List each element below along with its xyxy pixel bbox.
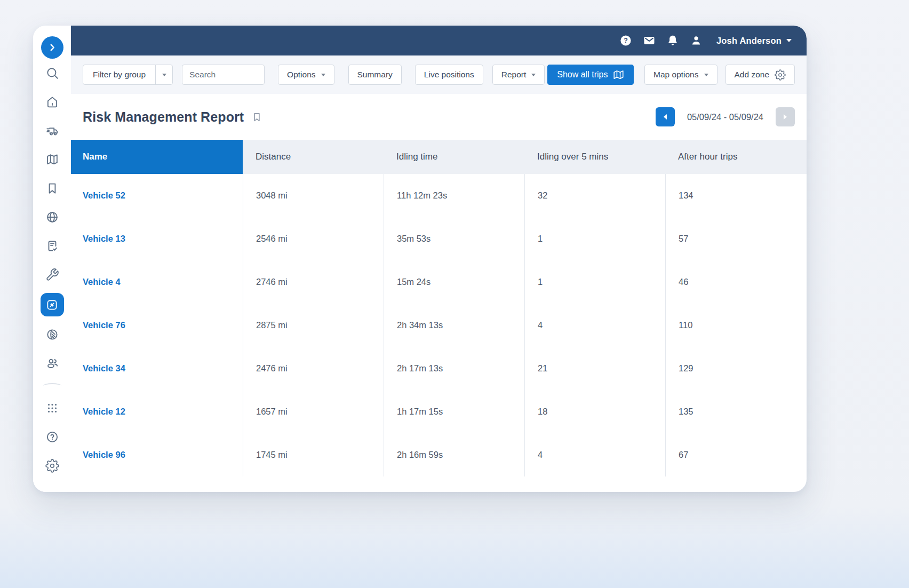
vehicle-link[interactable]: Vehicle 52 (83, 190, 125, 201)
idling-over-5-mins-cell: 4 (524, 433, 665, 476)
report-check-icon (45, 239, 59, 253)
after-hour-trips-cell: 46 (665, 260, 807, 304)
sidebar-item-home[interactable] (38, 88, 67, 116)
summary-label: Summary (357, 70, 393, 80)
table-body: Vehicle 52 3048 mi 11h 12m 23s 32 134 Ve… (71, 174, 807, 476)
help-icon (45, 430, 59, 444)
previous-date-button[interactable] (656, 107, 675, 126)
vehicle-name-cell: Vehicle 13 (71, 217, 243, 260)
sidebar (33, 26, 71, 492)
vehicle-link[interactable]: Vehicle 76 (83, 320, 125, 330)
search-input[interactable] (182, 65, 265, 85)
distance-cell: 1657 mi (243, 390, 384, 433)
user-menu[interactable]: Josh Anderson (716, 36, 792, 46)
column-header-after-hour-trips[interactable]: After hour trips (665, 140, 807, 174)
show-all-trips-label: Show all trips (557, 70, 608, 80)
table-row: Vehicle 52 3048 mi 11h 12m 23s 32 134 (71, 174, 807, 217)
filter-by-group-dropdown[interactable]: Filter by group (83, 65, 173, 85)
help-icon: ? (619, 34, 632, 47)
idling-over-5-mins-cell: 1 (524, 217, 665, 260)
after-hour-trips-cell: 57 (665, 217, 807, 260)
truck-icon (45, 124, 59, 138)
report-dropdown[interactable]: Report (492, 65, 545, 85)
idling-time-cell: 2h 17m 13s (384, 347, 524, 390)
vehicle-link[interactable]: Vehicle 4 (83, 277, 121, 287)
column-header-idling-over-5-mins[interactable]: Idling over 5 mins (524, 140, 665, 174)
sidebar-item-apps[interactable] (38, 394, 67, 423)
notifications-button[interactable] (666, 34, 679, 47)
distance-cell: 2746 mi (243, 260, 384, 304)
add-zone-button[interactable]: Add zone (725, 65, 795, 85)
live-positions-label: Live positions (424, 70, 474, 80)
messages-button[interactable] (643, 34, 656, 47)
column-header-name[interactable]: Name (71, 140, 243, 174)
table-row: Vehicle 96 1745 mi 2h 16m 59s 4 67 (71, 433, 807, 476)
bookmark-icon (45, 181, 59, 195)
column-header-idling-time[interactable]: Idling time (384, 140, 524, 174)
table-row: Vehicle 34 2476 mi 2h 17m 13s 21 129 (71, 347, 807, 390)
bell-icon (666, 34, 679, 47)
sidebar-item-help[interactable] (38, 423, 67, 451)
report-title-row: Risk Management Report 05/09/24 - 05/09/… (71, 94, 807, 140)
table-header: Name Distance Idling time Idling over 5 … (71, 140, 807, 174)
map-icon (45, 153, 59, 166)
sidebar-item-users[interactable] (38, 349, 67, 378)
options-label: Options (287, 70, 315, 80)
table-row: Vehicle 76 2875 mi 2h 34m 13s 4 110 (71, 304, 807, 347)
sidebar-item-settings[interactable] (38, 451, 67, 480)
caret-down-icon (162, 74, 166, 76)
app-window: ? Josh (33, 26, 807, 492)
toolbar-right-group: Map options Add zone (644, 65, 795, 85)
map-options-dropdown[interactable]: Map options (644, 65, 717, 85)
table-row: Vehicle 12 1657 mi 1h 17m 15s 18 135 (71, 390, 807, 433)
idling-over-5-mins-cell: 18 (524, 390, 665, 433)
sidebar-item-globe[interactable] (38, 203, 67, 232)
search-icon (45, 66, 59, 80)
after-hour-trips-cell: 134 (665, 174, 807, 217)
account-button[interactable] (690, 34, 703, 47)
sidebar-item-maintenance[interactable] (38, 260, 67, 289)
help-button[interactable]: ? (619, 34, 632, 47)
sidebar-item-map[interactable] (38, 145, 67, 174)
live-positions-button[interactable]: Live positions (415, 65, 483, 85)
vehicle-link[interactable]: Vehicle 13 (83, 234, 125, 244)
sidebar-expand-button[interactable] (41, 36, 63, 59)
map-options-label: Map options (653, 70, 698, 80)
sidebar-item-search[interactable] (38, 59, 67, 88)
distance-cell: 3048 mi (243, 174, 384, 217)
vehicle-link[interactable]: Vehicle 34 (83, 363, 125, 374)
report-label: Report (501, 70, 527, 80)
arrow-right-icon (784, 114, 787, 120)
caret-down-icon (531, 74, 536, 76)
idling-time-cell: 35m 53s (384, 217, 524, 260)
idling-time-cell: 2h 34m 13s (384, 304, 524, 347)
date-range: 05/09/24 - 05/09/24 (687, 112, 763, 122)
bookmark-report-button[interactable] (251, 112, 262, 123)
sidebar-item-fleet[interactable] (38, 116, 67, 145)
collapse-arrows-icon (45, 298, 59, 312)
sidebar-item-eco[interactable] (38, 320, 67, 349)
sidebar-item-reports[interactable] (38, 232, 67, 260)
vehicle-link[interactable]: Vehicle 12 (83, 407, 125, 417)
column-header-distance[interactable]: Distance (243, 140, 384, 174)
idling-time-cell: 2h 16m 59s (384, 433, 524, 476)
caret-down-icon (321, 74, 325, 76)
after-hour-trips-cell: 129 (665, 347, 807, 390)
after-hour-trips-cell: 135 (665, 390, 807, 433)
arrow-left-icon (664, 114, 667, 120)
options-dropdown[interactable]: Options (278, 65, 334, 85)
vehicle-name-cell: Vehicle 4 (71, 260, 243, 304)
table-row: Vehicle 4 2746 mi 15m 24s 1 46 (71, 260, 807, 304)
next-date-button[interactable] (776, 107, 795, 126)
vehicle-name-cell: Vehicle 76 (71, 304, 243, 347)
idling-over-5-mins-cell: 32 (524, 174, 665, 217)
map-icon (613, 69, 624, 81)
vehicle-link[interactable]: Vehicle 96 (83, 450, 125, 460)
show-all-trips-button[interactable]: Show all trips (547, 65, 634, 85)
summary-button[interactable]: Summary (348, 65, 402, 85)
filter-by-group-caret[interactable] (155, 65, 172, 84)
sidebar-item-bookmarks[interactable] (38, 174, 67, 203)
after-hour-trips-cell: 110 (665, 304, 807, 347)
vehicle-name-cell: Vehicle 96 (71, 433, 243, 476)
sidebar-item-risk-management[interactable] (38, 289, 67, 320)
